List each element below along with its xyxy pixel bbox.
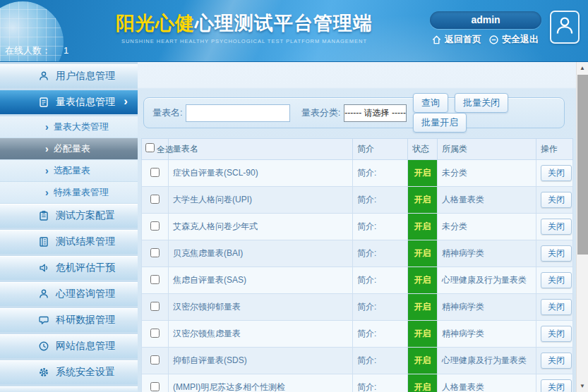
username-button[interactable]: admin <box>430 11 541 29</box>
chevron-right-icon: › <box>45 187 49 198</box>
user-icon <box>38 71 49 82</box>
online-count: 在线人数：1 <box>5 44 68 57</box>
close-button[interactable]: 关闭 <box>541 299 572 315</box>
logout-link-label: 安全退出 <box>502 33 539 46</box>
sidebar-item[interactable]: 用户信息管理 <box>0 64 138 88</box>
status-badge: 开启 <box>408 160 438 187</box>
query-button[interactable]: 查询 <box>413 93 448 113</box>
sidebar-item-label: 测试结果管理 <box>56 235 115 248</box>
scale-name-input[interactable] <box>186 104 290 122</box>
row-checkbox[interactable] <box>150 168 160 177</box>
category-select[interactable]: ------ 请选择 ------ <box>344 104 407 122</box>
sidebar-item[interactable]: 网站信息管理 <box>0 334 138 358</box>
scroll-down-icon[interactable]: ▼ <box>577 380 588 392</box>
scale-name-label: 量表名: <box>152 106 183 119</box>
action-cell: 关闭 <box>536 294 573 321</box>
intro-link[interactable]: 简介: <box>357 355 376 365</box>
intro-cell: 简介: <box>353 214 408 240</box>
table-row: (MMPI)明尼苏达多相个性测检简介:开启人格量表类关闭 <box>142 374 573 392</box>
row-checkbox[interactable] <box>150 329 160 338</box>
content-inner: 量表名: 量表分类: ------ 请选择 ------ 查询批量关闭批量开启 … <box>138 97 576 392</box>
intro-cell: 简介: <box>353 374 408 392</box>
intro-link[interactable]: 简介: <box>357 329 376 338</box>
sidebar-subitem[interactable]: ›特殊量表管理 <box>0 182 138 203</box>
intro-link[interactable]: 简介: <box>357 275 376 285</box>
report-icon <box>38 236 49 247</box>
select-all-checkbox[interactable] <box>145 143 155 152</box>
online-label: 在线人数： <box>5 45 51 56</box>
batch-open-button[interactable]: 批量开启 <box>413 113 467 133</box>
checkbox-cell <box>142 187 169 214</box>
sidebar-subitem[interactable]: ›选配量表 <box>0 160 138 181</box>
sidebar-item[interactable]: 心理咨询管理 <box>0 282 138 306</box>
checkbox-cell <box>142 321 169 348</box>
scroll-thumb[interactable] <box>577 75 588 255</box>
column-header: 全选 <box>142 139 169 160</box>
checkbox-cell <box>142 294 169 321</box>
scale-name: 贝克焦虑量表(BAI) <box>169 240 353 267</box>
close-button[interactable]: 关闭 <box>541 272 572 288</box>
logout-link[interactable]: 安全退出 <box>488 33 539 46</box>
sidebar-item[interactable]: 系统安全设置 <box>0 360 138 384</box>
row-checkbox[interactable] <box>150 221 160 231</box>
status-badge: 开启 <box>408 267 438 294</box>
sidebar-item[interactable]: 危机评估干预 <box>0 256 138 280</box>
sidebar-subitem[interactable]: ›必配量表 <box>0 138 138 159</box>
row-checkbox[interactable] <box>150 355 160 365</box>
intro-link[interactable]: 简介: <box>357 195 376 204</box>
close-button[interactable]: 关闭 <box>541 192 572 208</box>
sidebar-item-label: 科研数据管理 <box>56 314 115 326</box>
logout-icon <box>488 35 499 45</box>
status-badge: 开启 <box>408 240 438 267</box>
intro-cell: 简介: <box>353 321 408 348</box>
checkbox-cell <box>142 160 169 187</box>
row-checkbox[interactable] <box>150 275 160 284</box>
column-header: 量表名 <box>169 139 353 160</box>
close-button[interactable]: 关闭 <box>541 165 572 181</box>
intro-link[interactable]: 简介: <box>357 302 376 312</box>
sidebar-subitem[interactable]: ›量表大类管理 <box>0 116 138 137</box>
close-button[interactable]: 关闭 <box>541 245 572 262</box>
column-header: 操作 <box>536 139 573 160</box>
category: 精神病学类 <box>438 240 536 267</box>
sidebar-item[interactable]: 量表信息管理› <box>0 90 138 114</box>
filter-panel: 量表名: 量表分类: ------ 请选择 ------ 查询批量关闭批量开启 <box>143 97 565 128</box>
category: 精神病学类 <box>438 294 536 321</box>
status-badge: 开启 <box>408 187 438 214</box>
close-button[interactable]: 关闭 <box>541 326 572 342</box>
close-button[interactable]: 关闭 <box>541 353 572 369</box>
sidebar-item-label: 测试方案配置 <box>56 209 115 222</box>
batch-close-button[interactable]: 批量关闭 <box>455 93 508 113</box>
home-link[interactable]: 返回首页 <box>431 33 481 46</box>
close-button[interactable]: 关闭 <box>541 379 572 392</box>
speaker-icon <box>38 262 49 274</box>
intro-link[interactable]: 简介: <box>357 248 376 258</box>
sidebar-item[interactable]: 测试方案配置 <box>0 204 138 228</box>
sidebar-item-label: 量表大类管理 <box>54 121 109 133</box>
row-checkbox[interactable] <box>150 302 160 311</box>
intro-cell: 简介: <box>353 240 408 267</box>
app-header: 阳光心健心理测试平台管理端 SUNSHINE HEART HEALTHY PSY… <box>0 0 588 62</box>
sidebar-item-label: 网站信息管理 <box>56 340 115 353</box>
close-button[interactable]: 关闭 <box>541 219 572 235</box>
category: 人格量表类 <box>438 187 536 214</box>
category-label: 量表分类: <box>301 106 341 119</box>
table-row: 贝克焦虑量表(BAI)简介:开启精神病学类关闭 <box>142 240 573 267</box>
sidebar-item[interactable]: 测试结果管理 <box>0 230 138 254</box>
scale-name: 艾森克人格问卷少年式 <box>169 214 353 240</box>
intro-link[interactable]: 简介: <box>357 168 376 178</box>
gear-icon <box>38 367 49 378</box>
row-checkbox[interactable] <box>150 248 160 257</box>
scrollbar[interactable]: ▲ ▼ <box>576 62 588 392</box>
sidebar-item-partial <box>0 386 138 392</box>
sidebar-item[interactable]: 科研数据管理 <box>0 308 138 332</box>
category: 未分类 <box>438 214 536 240</box>
row-checkbox[interactable] <box>150 195 160 204</box>
intro-link[interactable]: 简介: <box>357 382 376 392</box>
avatar[interactable] <box>550 11 580 44</box>
scroll-up-icon[interactable]: ▲ <box>577 62 588 74</box>
category: 人格量表类 <box>438 374 536 392</box>
row-checkbox[interactable] <box>150 382 160 391</box>
intro-link[interactable]: 简介: <box>357 221 376 231</box>
sidebar-item-label: 特殊量表管理 <box>54 186 109 199</box>
